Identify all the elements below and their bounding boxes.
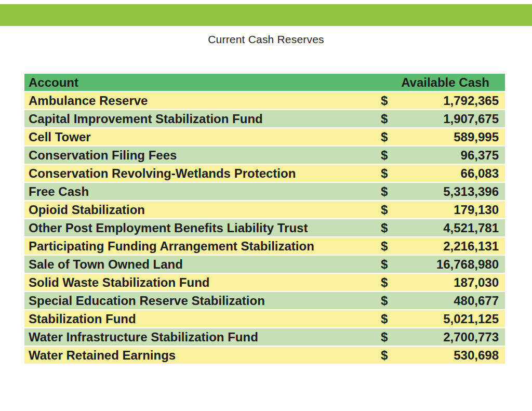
table-row: Conservation Revolving-Wetlands Protecti… — [24, 165, 505, 183]
table-row: Other Post Employment Benefits Liability… — [24, 219, 505, 237]
table-row: Sale of Town Owned Land $ 16,768,980 — [24, 256, 505, 274]
account-name: Participating Funding Arrangement Stabil… — [24, 239, 370, 254]
cash-reserves-table: Account Available Cash Ambulance Reserve… — [24, 74, 505, 365]
table-row: Participating Funding Arrangement Stabil… — [24, 237, 505, 256]
account-name: Water Infrastructure Stabilization Fund — [24, 330, 370, 344]
available-cash-value: 2,700,773 — [443, 330, 499, 344]
available-cash-value: 1,907,675 — [443, 112, 499, 126]
available-cash-value: 96,375 — [461, 148, 499, 163]
table-row: Water Retained Earnings $ 530,698 — [24, 347, 505, 365]
available-cash-cell: $ 179,130 — [370, 203, 505, 217]
table-header-row: Account Available Cash — [24, 74, 505, 92]
currency-symbol: $ — [381, 257, 388, 272]
account-name: Solid Waste Stabilization Fund — [24, 275, 370, 290]
account-name: Conservation Revolving-Wetlands Protecti… — [24, 166, 370, 181]
account-name: Sale of Town Owned Land — [24, 257, 370, 272]
currency-symbol: $ — [381, 330, 388, 344]
table-row: Water Infrastructure Stabilization Fund … — [24, 328, 505, 347]
account-name: Conservation Filing Fees — [24, 148, 370, 163]
table-row: Ambulance Reserve $ 1,792,365 — [24, 92, 505, 110]
table-row: Free Cash $ 5,313,396 — [24, 183, 505, 201]
currency-symbol: $ — [381, 203, 388, 217]
available-cash-cell: $ 66,083 — [370, 166, 505, 181]
table-row: Stabilization Fund $ 5,021,125 — [24, 310, 505, 328]
account-name: Capital Improvement Stabilization Fund — [24, 112, 370, 126]
available-cash-cell: $ 5,021,125 — [370, 312, 505, 326]
table-row: Capital Improvement Stabilization Fund $… — [24, 110, 505, 128]
available-cash-value: 5,313,396 — [443, 184, 499, 199]
account-name: Cell Tower — [24, 130, 370, 144]
table-body: Ambulance Reserve $ 1,792,365 Capital Im… — [24, 92, 505, 365]
column-header-available-cash: Available Cash — [370, 75, 505, 90]
table-row: Conservation Filing Fees $ 96,375 — [24, 147, 505, 165]
account-name: Opioid Stabilization — [24, 203, 370, 217]
currency-symbol: $ — [381, 239, 388, 254]
available-cash-value: 530,698 — [454, 348, 499, 363]
currency-symbol: $ — [381, 166, 388, 181]
table-row: Solid Waste Stabilization Fund $ 187,030 — [24, 274, 505, 292]
account-name: Water Retained Earnings — [24, 348, 370, 363]
currency-symbol: $ — [381, 348, 388, 363]
table-row: Cell Tower $ 589,995 — [24, 128, 505, 147]
available-cash-cell: $ 480,677 — [370, 294, 505, 308]
page-title: Current Cash Reserves — [0, 33, 532, 46]
available-cash-value: 4,521,781 — [443, 221, 499, 235]
available-cash-value: 187,030 — [454, 275, 499, 290]
currency-symbol: $ — [381, 312, 388, 326]
available-cash-cell: $ 1,792,365 — [370, 94, 505, 108]
available-cash-value: 16,768,980 — [436, 257, 499, 272]
available-cash-cell: $ 5,313,396 — [370, 184, 505, 199]
page: Current Cash Reserves Account Available … — [0, 0, 532, 411]
table-row: Opioid Stabilization $ 179,130 — [24, 201, 505, 219]
currency-symbol: $ — [381, 294, 388, 308]
available-cash-value: 1,792,365 — [443, 94, 499, 108]
available-cash-cell: $ 530,698 — [370, 348, 505, 363]
available-cash-cell: $ 2,700,773 — [370, 330, 505, 344]
account-name: Ambulance Reserve — [24, 94, 370, 108]
top-accent-bar — [0, 4, 532, 26]
available-cash-value: 5,021,125 — [443, 312, 499, 326]
currency-symbol: $ — [381, 275, 388, 290]
available-cash-cell: $ 1,907,675 — [370, 112, 505, 126]
available-cash-cell: $ 96,375 — [370, 148, 505, 163]
table-row: Special Education Reserve Stabilization … — [24, 292, 505, 310]
currency-symbol: $ — [381, 221, 388, 235]
account-name: Other Post Employment Benefits Liability… — [24, 221, 370, 235]
currency-symbol: $ — [381, 184, 388, 199]
available-cash-value: 2,216,131 — [443, 239, 499, 254]
available-cash-value: 66,083 — [461, 166, 499, 181]
account-name: Free Cash — [24, 184, 370, 199]
available-cash-cell: $ 4,521,781 — [370, 221, 505, 235]
available-cash-value: 589,995 — [454, 130, 499, 144]
currency-symbol: $ — [381, 112, 388, 126]
available-cash-value: 179,130 — [454, 203, 499, 217]
available-cash-cell: $ 187,030 — [370, 275, 505, 290]
available-cash-cell: $ 2,216,131 — [370, 239, 505, 254]
account-name: Special Education Reserve Stabilization — [24, 294, 370, 308]
available-cash-cell: $ 589,995 — [370, 130, 505, 144]
currency-symbol: $ — [381, 130, 388, 144]
currency-symbol: $ — [381, 148, 388, 163]
account-name: Stabilization Fund — [24, 312, 370, 326]
available-cash-cell: $ 16,768,980 — [370, 257, 505, 272]
column-header-account: Account — [24, 75, 370, 90]
currency-symbol: $ — [381, 94, 388, 108]
available-cash-value: 480,677 — [454, 294, 499, 308]
